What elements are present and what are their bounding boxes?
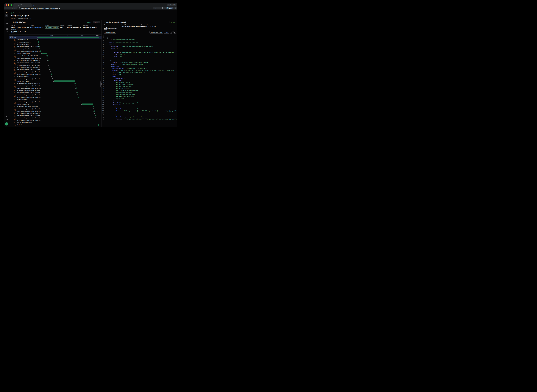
trace-row[interactable]: >_generate-agent-ids-1	[9, 75, 102, 78]
trace-row[interactable]: >_generate-agent-ids-0	[9, 48, 102, 50]
span-bar[interactable]	[76, 87, 77, 89]
span-bar[interactable]	[96, 117, 96, 119]
trace-row[interactable]: >_publish:user:insights:user_2VH6zowmh..…	[9, 117, 102, 119]
span-bar[interactable]	[50, 67, 50, 68]
word-wrap-icon[interactable]	[170, 31, 173, 33]
span-bar[interactable]	[94, 108, 94, 110]
span-bar[interactable]	[39, 46, 40, 47]
event-logs-icon[interactable]	[4, 31, 9, 33]
trace-row[interactable]: >_capture-observability-data	[9, 121, 102, 124]
span-bar[interactable]	[49, 64, 49, 66]
trace-row[interactable]: >_publish:user:insights:user_2VH6zowmh..…	[9, 112, 102, 115]
trace-row[interactable]: >_publish:user:insights:user_2VH6zowmh..…	[9, 66, 102, 69]
expand-icon[interactable]	[173, 31, 176, 33]
extensions-puzzle-icon[interactable]	[158, 7, 160, 9]
trace-row[interactable]: >_publish:user:insights:user_2VH6zowmh..…	[9, 69, 102, 71]
span-bar[interactable]	[52, 76, 52, 77]
function-payload-button[interactable]: Function Payload	[104, 31, 116, 33]
span-count-badge[interactable]: 40	[10, 37, 14, 38]
trace-row[interactable]: >_generate-network-id	[9, 43, 102, 46]
span-bar[interactable]	[48, 60, 48, 61]
span-bar[interactable]	[42, 53, 47, 54]
span-bar[interactable]	[95, 113, 95, 114]
trace-row[interactable]: >_publish:user:insights:user_2VH6zowmh..…	[9, 101, 102, 103]
span-bar[interactable]	[51, 71, 51, 73]
side-panel-icon[interactable]	[162, 7, 163, 9]
event-search-icon[interactable]	[4, 23, 9, 24]
span-bar[interactable]	[77, 90, 77, 91]
help-icon[interactable]: ?	[4, 119, 9, 120]
trace-row[interactable]: >_publish:user:insights:user_2VH6zowmh..…	[9, 91, 102, 94]
span-bar[interactable]	[76, 85, 76, 86]
span-bar[interactable]	[53, 78, 53, 79]
span-bar[interactable]	[94, 110, 95, 112]
home-icon[interactable]: ⌂	[14, 7, 15, 9]
trace-row[interactable]: >_publish:user:insights:user_2VH6zowmh..…	[9, 78, 102, 80]
gemini-button[interactable]: Gemini	[167, 4, 176, 6]
forward-icon[interactable]: →	[9, 7, 10, 9]
trace-row[interactable]: >_generate-output-part-id-c458648f-8d6..…	[9, 64, 102, 66]
rerun-button[interactable]: Rerun	[86, 21, 92, 23]
cancel-button[interactable]: Cancel	[93, 21, 100, 23]
span-bar[interactable]	[98, 124, 99, 126]
run-span-bar[interactable]	[38, 37, 99, 38]
trace-row[interactable]: >_publish:user:insights:user_2VH6zowmh..…	[9, 73, 102, 75]
trace-row[interactable]: ∿Insights Event Matcher	[9, 52, 102, 55]
span-bar[interactable]	[77, 92, 78, 93]
panel-resize-handle[interactable]	[101, 81, 102, 88]
trace-row[interactable]: >_publish:user:insights:user_2VH6zowmh..…	[9, 62, 102, 64]
app-link[interactable]: insights-agent-client	[32, 26, 45, 28]
minimize-window-button[interactable]	[8, 4, 9, 6]
function-badge[interactable]: Insights SQL Agent	[45, 26, 60, 29]
span-bar[interactable]	[97, 122, 98, 123]
span-bar[interactable]	[75, 83, 76, 84]
trace-row[interactable]: >_publish:user:insights:user_2VH6zowmh..…	[9, 57, 102, 59]
tab-close-icon[interactable]: ×	[30, 4, 31, 6]
tab-trace[interactable]: Trace	[11, 32, 14, 34]
trace-row[interactable]: >_generate-agent-ids-2	[9, 98, 102, 101]
trace-row[interactable]: >_publish:user:insights:user_2VH6zowmh..…	[9, 87, 102, 89]
span-bar[interactable]	[40, 48, 40, 50]
zoom-window-button[interactable]	[10, 4, 12, 6]
collapse-chevron-icon[interactable]	[11, 22, 12, 23]
trace-row[interactable]: >_publish:user:insights:user_2VH6zowmh..…	[9, 108, 102, 110]
trace-row[interactable]: ∿Insights Summarizer	[9, 103, 102, 105]
span-bar[interactable]	[51, 74, 52, 75]
span-bar[interactable]	[50, 69, 51, 70]
trace-row[interactable]: >_generate-target-channel	[9, 41, 102, 43]
trace-row[interactable]: >_publish:user:insights:user_2VH6zowmh..…	[9, 46, 102, 48]
url-bar[interactable]: i localhost:8288/run?runID=01KHRMPW77GVM…	[17, 7, 153, 9]
trace-row[interactable]: >_publish:user:insights:user_2VH6zowmh..…	[9, 110, 102, 112]
trace-row[interactable]: >_publish:user:insights:user_2VH6zowmh..…	[9, 85, 102, 87]
inngest-logo-icon[interactable]: ∞	[4, 11, 9, 13]
reload-icon[interactable]: ↻	[12, 7, 13, 9]
invoke-button[interactable]: Invoke	[170, 21, 176, 23]
trace-row[interactable]: >_publish:user:insights:user_2VH6zowmh..…	[9, 119, 102, 121]
span-bar[interactable]	[82, 103, 93, 105]
span-bar[interactable]	[38, 41, 39, 43]
payload-code-viewer[interactable]: 1[2 {3 "id": "01KHRMPVZP0V977KAT2GP3ST7J…	[102, 35, 177, 127]
trace-row[interactable]: >_publish:user:insights:user_2VH6zowmh..…	[9, 59, 102, 62]
span-bar[interactable]	[97, 120, 97, 121]
profile-chip[interactable]: Work	[166, 7, 173, 9]
span-bar[interactable]	[95, 115, 96, 116]
menu-dots-icon[interactable]: ⋮	[175, 7, 176, 9]
span-bar[interactable]	[48, 57, 48, 59]
close-window-button[interactable]	[6, 4, 7, 6]
browser-tab[interactable]: ∞ Inngest Server ×	[14, 3, 32, 7]
trace-row[interactable]: >_generate-output-part-id-887aa111-5d4e.…	[9, 89, 102, 92]
trace-row[interactable]: >_generate-text-part-id-9357e5f0-a530-4.…	[9, 105, 102, 108]
span-bar[interactable]	[78, 94, 78, 96]
trace-row[interactable]: >_generate-tool-part-id-c458648f-8d60-..…	[9, 55, 102, 57]
trace-row[interactable]: >_publish:user:insights:user_2VH6zowmh..…	[9, 50, 102, 52]
trace-row[interactable]: ∿Insights Query Writer	[9, 80, 102, 82]
span-bar[interactable]	[38, 39, 38, 40]
info-icon[interactable]: i	[19, 7, 20, 9]
share-icon[interactable]	[4, 116, 9, 117]
collapse-chevron-icon[interactable]	[104, 22, 105, 23]
apps-grid-icon[interactable]	[4, 28, 9, 30]
trace-row[interactable]: >_publish:user:insights:user_2VH6zowmh..…	[9, 115, 102, 117]
span-bar[interactable]	[47, 55, 48, 56]
send-to-dev-server-button[interactable]: Send to Dev Server	[149, 31, 163, 33]
span-bar[interactable]	[80, 99, 80, 100]
